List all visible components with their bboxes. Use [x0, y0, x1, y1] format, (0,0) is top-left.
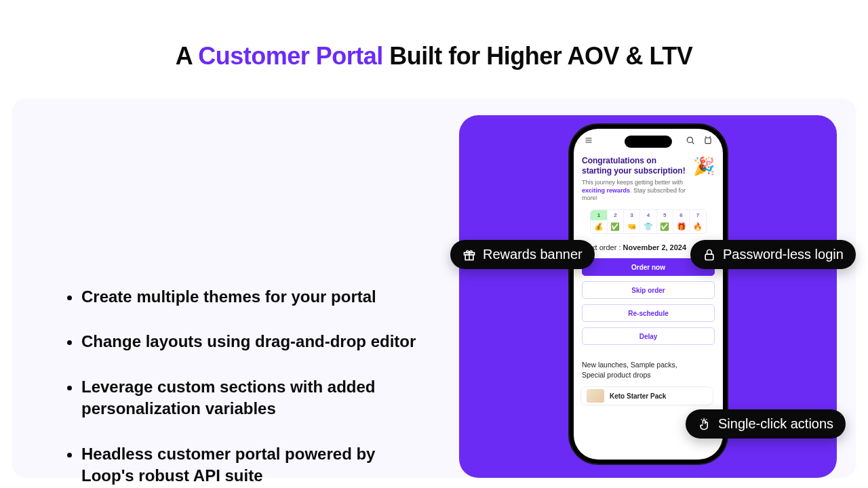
feature-bullet-list: Create multiple themes for your portal C…	[65, 286, 431, 488]
reward-glyph: 🎁	[673, 220, 689, 233]
product-card[interactable]: Keto Starter Pack	[580, 386, 713, 405]
reschedule-button[interactable]: Re-schedule	[582, 304, 715, 322]
svg-rect-9	[705, 254, 713, 260]
hamburger-icon[interactable]	[583, 135, 594, 146]
gift-icon	[462, 248, 476, 262]
skip-order-button[interactable]: Skip order	[582, 281, 715, 299]
svg-line-4	[692, 142, 694, 144]
new-launches-heading: New launches, Sample packs,Special produ…	[574, 345, 723, 380]
tap-icon	[698, 418, 711, 431]
rewards-banner-title: Congratulations onstarting your subscrip…	[582, 156, 690, 176]
callout-rewards-banner: Rewards banner	[450, 240, 595, 269]
delay-button[interactable]: Delay	[582, 327, 715, 345]
callout-single-click-actions: Single-click actions	[686, 409, 846, 439]
reward-glyph: 💰	[591, 220, 607, 233]
feature-bullet: Create multiple themes for your portal	[81, 286, 431, 308]
reward-glyph: 👕	[640, 220, 656, 233]
feature-bullet: Leverage custom sections with added pers…	[81, 376, 431, 420]
cart-icon[interactable]	[703, 135, 713, 146]
party-popper-icon: 🎉	[693, 156, 715, 177]
phone-showcase-card: Congratulations onstarting your subscrip…	[459, 115, 837, 478]
product-name: Keto Starter Pack	[610, 392, 666, 400]
rewards-banner: Congratulations onstarting your subscrip…	[574, 152, 723, 234]
callout-passwordless-login: Password-less login	[690, 240, 856, 269]
lock-icon	[703, 248, 716, 262]
rewards-banner-subtext: This journey keeps getting better withex…	[582, 179, 690, 203]
product-thumbnail	[587, 389, 604, 403]
reward-step: 1	[591, 210, 607, 220]
reward-glyph: ✅	[607, 220, 623, 233]
svg-rect-5	[705, 138, 711, 144]
reward-glyph: 🔥	[690, 220, 706, 233]
reward-step: 5	[656, 210, 673, 220]
reward-glyph: ✅	[656, 220, 673, 233]
feature-bullet: Change layouts using drag-and-drop edito…	[81, 331, 431, 352]
reward-step: 2	[607, 210, 623, 220]
svg-point-3	[687, 137, 692, 142]
reward-step: 6	[673, 210, 689, 220]
reward-progress-track: 1 2 3 4 5 6 7 💰 ✅ 🤜	[590, 209, 707, 234]
feature-bullet: Headless customer portal powered by Loop…	[81, 443, 431, 487]
page-headline: A Customer Portal Built for Higher AOV &…	[0, 0, 868, 70]
reward-step: 4	[640, 210, 656, 220]
reward-step: 3	[624, 210, 640, 220]
phone-notch	[625, 136, 672, 148]
search-icon[interactable]	[685, 135, 696, 146]
reward-step: 7	[690, 210, 706, 220]
reward-glyph: 🤜	[624, 220, 640, 233]
